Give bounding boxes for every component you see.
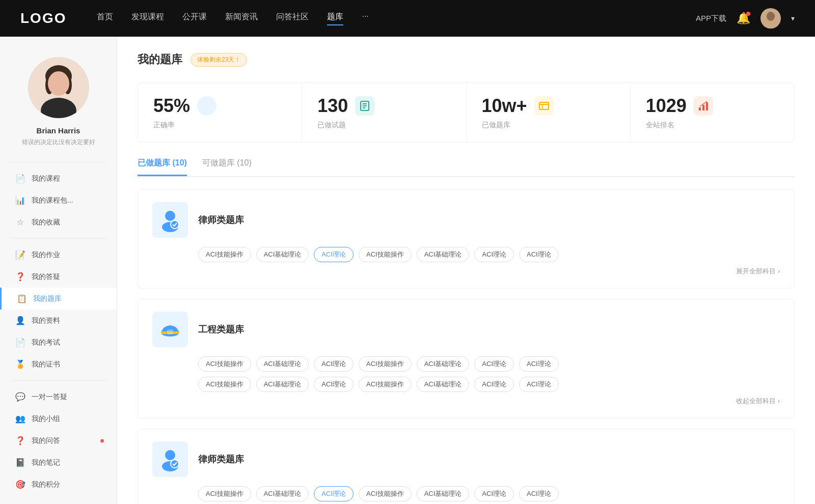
svg-rect-17 [699,107,701,110]
l2-tag-3-active[interactable]: ACI理论 [314,486,354,501]
nav-courses[interactable]: 发现课程 [131,12,164,25]
sidebar-label-homework: 我的作业 [32,250,60,260]
qbank-engineering-tags-row2: ACI技能操作 ACI基础理论 ACI理论 ACI技能操作 ACI基础理论 AC… [198,377,780,392]
sidebar-profile: Brian Harris 错误的决定比没有决定要好 [0,37,117,157]
my-qa-icon: ❓ [15,436,25,445]
trial-badge: 体验剩余23天！ [191,53,247,67]
eng-tag-14[interactable]: ACI理论 [519,377,559,392]
sidebar-item-1on1[interactable]: 💬 一对一答疑 [0,386,117,408]
qa-icon: ❓ [15,272,25,282]
stat-banks-value: 10w+ [482,95,527,117]
eng-tag-7[interactable]: ACI理论 [519,356,559,372]
nav-more[interactable]: ··· [362,12,368,25]
app-download[interactable]: APP下载 [696,14,726,23]
qa-notification-dot [100,439,104,442]
eng-tag-12[interactable]: ACI基础理论 [417,377,470,392]
tag-4[interactable]: ACI技能操作 [359,247,412,262]
svg-rect-14 [539,102,549,109]
user-dropdown-icon[interactable]: ▾ [791,14,795,22]
qbank-lawyer-title: 律师类题库 [198,214,244,226]
nav-news[interactable]: 新闻资讯 [225,12,258,25]
stat-rank-value: 1029 [646,95,687,117]
nav-qa[interactable]: 问答社区 [276,12,309,25]
1on1-icon: 💬 [15,392,25,402]
eng-tag-3[interactable]: ACI理论 [314,356,354,372]
sidebar-item-exam[interactable]: 📄 我的考试 [0,331,117,353]
sidebar-item-my-courses[interactable]: 📄 我的课程 [0,167,117,189]
bell-notification-dot [746,12,750,16]
qbank-lawyer2-icon [152,441,188,477]
qbank-card-engineering: 工程类题库 ACI技能操作 ACI基础理论 ACI理论 ACI技能操作 ACI基… [138,299,795,418]
svg-point-28 [171,460,179,468]
l2-tag-2[interactable]: ACI基础理论 [256,486,309,501]
l2-tag-5[interactable]: ACI基础理论 [417,486,470,501]
qbank-card-lawyer-2: 律师类题库 ACI技能操作 ACI基础理论 ACI理论 ACI技能操作 ACI基… [138,429,795,504]
stat-accuracy-value: 55% [153,95,190,117]
tag-1[interactable]: ACI技能操作 [198,247,251,262]
l2-tag-6[interactable]: ACI理论 [474,486,514,501]
stat-accuracy-top: 55% [153,95,286,117]
l2-tag-4[interactable]: ACI技能操作 [359,486,412,501]
eng-tag-2[interactable]: ACI基础理论 [256,356,309,372]
l2-tag-7[interactable]: ACI理论 [519,486,559,501]
stat-questions-label: 已做试题 [317,121,450,130]
eng-tag-5[interactable]: ACI基础理论 [417,356,470,372]
exam-icon: 📄 [15,338,25,347]
tag-6[interactable]: ACI理论 [474,247,514,262]
qbank-icon: 📋 [17,294,27,303]
tag-7[interactable]: ACI理论 [519,247,559,262]
sidebar-item-qbank[interactable]: 📋 我的题库 [0,288,117,310]
sidebar-item-points[interactable]: 🎯 我的积分 [0,473,117,495]
sidebar-item-homework[interactable]: 📝 我的作业 [0,244,117,266]
eng-tag-8[interactable]: ACI技能操作 [198,377,251,392]
sidebar-label-cert: 我的证书 [32,360,60,369]
qbank-card-lawyer: 律师类题库 ACI技能操作 ACI基础理论 ACI理论 ACI技能操作 ACI基… [138,189,795,289]
nav-home[interactable]: 首页 [97,12,113,25]
eng-tag-13[interactable]: ACI理论 [474,377,514,392]
collapse-engineering-link[interactable]: 收起全部科目 › [736,397,780,405]
sidebar-item-my-qa[interactable]: ❓ 我的问答 [0,430,117,452]
sidebar-label-profile: 我的资料 [32,316,60,325]
svg-point-8 [48,71,69,96]
stat-accuracy: 55% 正确率 [138,83,302,142]
bell-button[interactable]: 🔔 [737,12,750,25]
eng-tag-4[interactable]: ACI技能操作 [359,356,412,372]
expand-lawyer-link[interactable]: 展开全部科目 › [736,267,780,275]
eng-tag-11[interactable]: ACI技能操作 [359,377,412,392]
tag-5[interactable]: ACI基础理论 [417,247,470,262]
group-icon: 👥 [15,414,25,424]
sidebar-item-notes[interactable]: 📓 我的笔记 [0,452,117,473]
points-icon: 🎯 [15,480,25,489]
sidebar-item-favorites[interactable]: ☆ 我的收藏 [0,211,117,233]
qbank-lawyer2-header: 律师类题库 [152,441,780,477]
tag-3-active[interactable]: ACI理论 [314,247,354,262]
sidebar-item-cert[interactable]: 🏅 我的证书 [0,353,117,375]
course-pack-icon: 📊 [15,195,25,205]
tab-available[interactable]: 可做题库 (10) [202,158,252,176]
user-avatar[interactable] [760,8,781,29]
homework-icon: 📝 [15,250,25,260]
eng-tag-6[interactable]: ACI理论 [474,356,514,372]
svg-point-22 [171,220,179,229]
eng-tag-10[interactable]: ACI理论 [314,377,354,392]
sidebar-item-course-pack[interactable]: 📊 我的课程包... [0,189,117,211]
sidebar-item-qa[interactable]: ❓ 我的答疑 [0,266,117,288]
sidebar-item-group[interactable]: 👥 我的小组 [0,408,117,430]
tabs-row: 已做题库 (10) 可做题库 (10) [138,158,795,177]
nav-qbank[interactable]: 题库 [327,12,343,25]
sidebar-menu: 📄 我的课程 📊 我的课程包... ☆ 我的收藏 📝 我的作业 ❓ 我的答疑 � [0,167,117,495]
sidebar-item-profile[interactable]: 👤 我的资料 [0,310,117,331]
tab-done[interactable]: 已做题库 (10) [138,158,187,176]
qbank-engineering-title: 工程类题库 [198,323,244,335]
tag-2[interactable]: ACI基础理论 [256,247,309,262]
sidebar-label-my-qa: 我的问答 [32,436,60,445]
l2-tag-1[interactable]: ACI技能操作 [198,486,251,501]
stat-banks-label: 已做题库 [482,121,615,130]
sidebar-label-qa: 我的答疑 [32,272,60,282]
nav-open[interactable]: 公开课 [182,12,207,25]
stat-banks: 10w+ 已做题库 [467,83,631,142]
profile-avatar [28,57,89,118]
eng-tag-1[interactable]: ACI技能操作 [198,356,251,372]
sidebar: Brian Harris 错误的决定比没有决定要好 📄 我的课程 📊 我的课程包… [0,37,117,504]
eng-tag-9[interactable]: ACI基础理论 [256,377,309,392]
